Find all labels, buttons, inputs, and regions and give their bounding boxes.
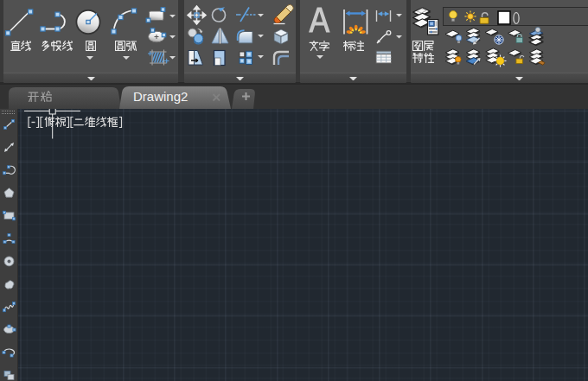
svg-text:Drawing2: Drawing2 xyxy=(133,89,188,104)
